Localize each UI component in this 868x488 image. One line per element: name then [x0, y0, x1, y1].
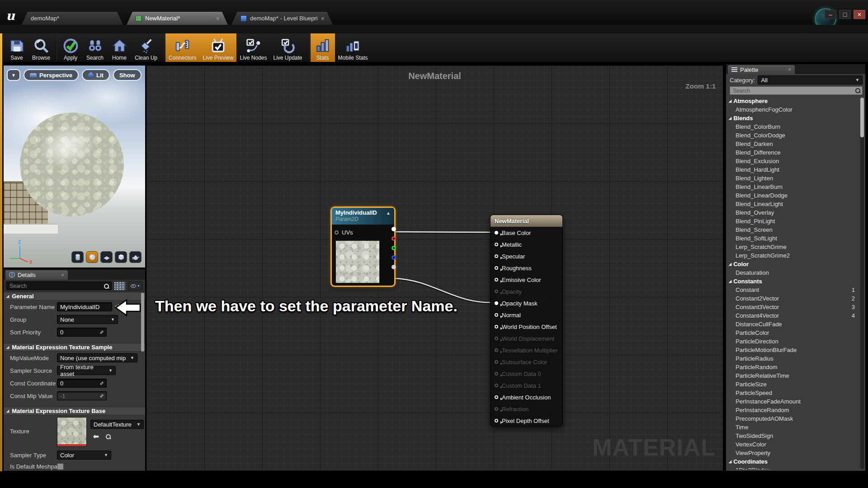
input-pin[interactable] [495, 372, 498, 375]
palette-item[interactable]: ◢ 1Dto2DIndex [727, 466, 859, 469]
material-pin-row[interactable]: Base Color [495, 227, 560, 239]
tab-demomap[interactable]: demoMap* [22, 12, 123, 25]
palette-item[interactable]: ◢ Constant2Vector 2 [727, 294, 859, 303]
palette-item[interactable]: ◢ Constants [727, 277, 859, 286]
shape-button-teapot[interactable] [129, 251, 142, 263]
parameter-name-input[interactable] [57, 302, 112, 311]
const-coordinate-input[interactable]: 0 ⇕ [57, 379, 107, 388]
material-pin-row[interactable]: Custom Data 1 [495, 380, 560, 391]
output-pin-rgb-output[interactable] [392, 227, 396, 231]
palette-item[interactable]: ◢ Blend_SoftLight [727, 234, 859, 243]
lit-button[interactable]: Lit [82, 69, 110, 81]
input-pin[interactable] [495, 231, 498, 235]
palette-item[interactable]: ◢ ParticleSize [727, 380, 859, 389]
toolbar-button[interactable]: Live Preview [199, 33, 236, 62]
palette-item[interactable]: ◢ Blend_Exclusion [727, 157, 859, 165]
viewport-options-button[interactable]: ▼ [7, 69, 20, 81]
toolbar-button[interactable]: Connectors [165, 33, 199, 62]
palette-item[interactable]: ◢ Blend_Darken [727, 140, 859, 148]
collapse-icon[interactable]: ▲ [386, 211, 391, 216]
sort-priority-input[interactable]: 0 ⇕ [57, 328, 107, 337]
toolbar-button[interactable]: Search [83, 33, 107, 62]
palette-item[interactable]: ◢ Blend_Difference [727, 148, 859, 157]
toolbar-button[interactable]: Home [107, 33, 132, 62]
palette-item[interactable]: ◢ ParticleColor [727, 328, 859, 337]
palette-item[interactable]: ◢ Lerp_ScratchGrime [727, 243, 859, 251]
material-node-header[interactable]: NewMaterial [491, 215, 562, 227]
input-pin[interactable] [495, 243, 498, 246]
palette-scrollbar-thumb[interactable] [860, 98, 864, 137]
toolbar-button[interactable]: Save [5, 33, 29, 62]
palette-item[interactable]: ◢ Blend_Screen [727, 225, 859, 234]
input-pin[interactable] [495, 325, 498, 328]
input-pin[interactable] [495, 395, 498, 399]
input-pin[interactable] [495, 254, 498, 258]
material-pin-row[interactable]: Specular [495, 250, 560, 262]
tab-newmaterial[interactable]: NewMaterial* × [127, 12, 228, 25]
palette-item[interactable]: ◢ Blend_ColorDodge [727, 131, 859, 140]
palette-close-icon[interactable]: × [788, 66, 791, 73]
param2d-node-header[interactable]: MyIndividualID Param2D ▲ [332, 208, 394, 225]
details-search-input[interactable] [6, 282, 112, 290]
property-matrix-button[interactable] [114, 282, 126, 291]
material-pin-row[interactable]: World Position Offset [495, 321, 560, 333]
palette-item[interactable]: ◢ Atmosphere [727, 97, 859, 105]
toolbar-button[interactable]: Stats [311, 33, 335, 62]
palette-item[interactable]: ◢ ParticleRelativeTime [727, 371, 859, 380]
section-texture-base[interactable]: ◢ Material Expression Texture Base [4, 407, 145, 415]
palette-item[interactable]: ◢ Constant 1 [727, 286, 859, 294]
texture-asset-dropdown[interactable]: DefaultTexture ▼ [90, 420, 144, 429]
input-pin[interactable] [495, 313, 498, 317]
input-pin[interactable] [495, 360, 498, 364]
input-pin[interactable] [495, 384, 498, 387]
material-pin-row[interactable]: Roughness [495, 262, 560, 274]
palette-tab[interactable]: Palette × [728, 65, 795, 74]
material-result-node[interactable]: NewMaterial Base Color Metallic Specular [490, 215, 563, 427]
material-pin-row[interactable]: Metallic [495, 239, 560, 250]
palette-item[interactable]: ◢ Blend_HardLight [727, 165, 859, 174]
maximize-button[interactable]: □ [839, 10, 851, 19]
input-pin[interactable] [495, 337, 498, 340]
param2d-node[interactable]: MyIndividualID Param2D ▲ UVs [330, 206, 396, 287]
input-pin[interactable] [495, 290, 498, 293]
shape-button-cube[interactable] [115, 251, 127, 263]
palette-item[interactable]: ◢ Blend_LinearLight [727, 200, 859, 208]
category-dropdown[interactable]: All ▼ [758, 75, 863, 84]
tab-close-icon[interactable]: × [216, 15, 220, 22]
palette-item[interactable]: ◢ Time [727, 423, 859, 432]
palette-item[interactable]: ◢ ParticleMotionBlurFade [727, 346, 859, 354]
texture-thumbnail[interactable] [57, 417, 87, 447]
material-pin-row[interactable]: Opacity [495, 286, 560, 297]
palette-item[interactable]: ◢ Blend_PinLight [727, 217, 859, 225]
palette-item[interactable]: ◢ Constant3Vector 3 [727, 303, 859, 311]
toolbar-button[interactable]: Clean Up [132, 33, 160, 62]
palette-item[interactable]: ◢ Constant4Vector 4 [727, 311, 859, 320]
mip-value-mode-dropdown[interactable]: None (use computed mip lev ▼ [57, 353, 137, 362]
perspective-button[interactable]: Perspective [24, 69, 79, 81]
output-pin-g-output[interactable] [392, 246, 396, 250]
output-pin-r-output[interactable] [392, 236, 396, 241]
palette-scrollbar[interactable] [860, 98, 864, 469]
output-pin-a-output[interactable] [392, 265, 396, 269]
view-options-button[interactable]: ▾ [128, 282, 142, 291]
input-pin[interactable] [495, 348, 498, 352]
palette-item[interactable]: ◢ Blend_Overlay [727, 208, 859, 217]
palette-item[interactable]: ◢ Coordinates [727, 457, 859, 466]
palette-item[interactable]: ◢ PerInstanceRandom [727, 406, 859, 414]
palette-item[interactable]: ◢ VertexColor [727, 440, 859, 449]
show-button[interactable]: Show [113, 69, 142, 81]
palette-item[interactable]: ◢ AtmosphericFogColor [727, 105, 859, 114]
material-pin-row[interactable]: Opacity Mask [495, 297, 560, 309]
preview-viewport[interactable]: ▼ Perspective Lit Show [3, 65, 146, 268]
sampler-type-dropdown[interactable]: Color ▼ [57, 450, 111, 460]
palette-item[interactable]: ◢ Desaturation [727, 268, 859, 277]
tab-level-blueprint[interactable]: demoMap* - Level Bluepri × [231, 12, 333, 25]
material-pin-row[interactable]: Pixel Depth Offset [495, 415, 560, 427]
palette-item[interactable]: ◢ ParticleSpeed [727, 389, 859, 397]
is-default-checkbox[interactable] [57, 463, 64, 470]
browse-to-asset-icon[interactable] [105, 434, 111, 440]
palette-item[interactable]: ◢ Blend_ColorBurn [727, 122, 859, 131]
input-pin[interactable] [495, 266, 498, 270]
palette-item[interactable]: ◢ TwoSidedSign [727, 432, 859, 440]
palette-item[interactable]: ◢ Blend_LinearBurn [727, 183, 859, 191]
